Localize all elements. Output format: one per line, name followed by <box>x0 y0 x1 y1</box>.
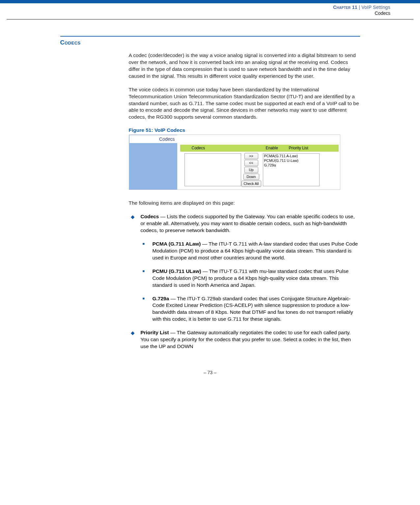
chapter-number: 11 <box>352 5 357 10</box>
move-down-button[interactable]: Down <box>243 174 259 180</box>
screenshot-tab-label: Codecs <box>129 135 178 143</box>
g729a-term: G.729a <box>153 296 169 301</box>
codecs-text: — Lists the codecs supported by the Gate… <box>141 214 355 233</box>
page-number: – 73 – <box>0 357 420 382</box>
items-intro: The following items are displayed on thi… <box>129 200 359 207</box>
header-rule <box>7 19 413 19</box>
priority-term: Priority List <box>141 330 169 335</box>
chapter-word: Chapter <box>333 5 350 10</box>
move-left-button[interactable]: << <box>244 160 258 166</box>
section-rule <box>60 36 360 37</box>
priority-item-2[interactable]: PCMU(G.711 U-Law) <box>264 159 318 163</box>
codecs-listbox[interactable] <box>184 153 241 186</box>
body-column: A codec (coder/decoder) is the way a voi… <box>129 52 359 350</box>
screenshot-figure: Codecs Codecs Enable Priority List >> <<… <box>129 134 340 190</box>
priority-listbox[interactable]: PCMA(G.711 A-Law) PCMU(G.711 U-Law) G.72… <box>263 153 320 186</box>
item-pcmu: PCMU (G.711 ULaw) — The ITU-T G.711 with… <box>129 268 359 289</box>
check-all-button[interactable]: Check All <box>241 181 261 187</box>
move-right-button[interactable]: >> <box>244 153 258 159</box>
content: Codecs A codec (coder/decoder) is the wa… <box>60 36 360 350</box>
intro-paragraph-2: The voice codecs in common use today hav… <box>129 86 359 121</box>
top-banner-bar <box>0 0 420 3</box>
priority-item-1[interactable]: PCMA(G.711 A-Law) <box>264 154 318 159</box>
header-section: VoIP Settings <box>361 5 390 10</box>
figure-caption: Figure 51: VoIP Codecs <box>129 127 359 133</box>
g729a-text: — The ITU-T G.729ab standard codec that … <box>153 296 353 322</box>
header-subsection: Codecs <box>0 10 390 16</box>
section-title: Codecs <box>60 39 360 46</box>
priority-item-3[interactable]: G.729a <box>264 163 318 168</box>
item-g729a: G.729a — The ITU-T G.729ab standard code… <box>129 295 359 323</box>
pcma-term: PCMA (G.711 ALaw) <box>153 241 201 247</box>
pcmu-term: PCMU (G.711 ULaw) <box>153 268 201 274</box>
col-enable: Enable <box>266 146 278 150</box>
codecs-term: Codecs <box>141 214 159 219</box>
item-codecs: Codecs — Lists the codecs supported by t… <box>129 213 359 234</box>
intro-paragraph-1: A codec (coder/decoder) is the way a voi… <box>129 52 359 80</box>
page-header: Chapter 11 | VoIP Settings Codecs <box>0 3 420 18</box>
priority-text: — The Gateway automatically negotiates t… <box>141 330 351 349</box>
col-priority: Priority List <box>289 146 308 150</box>
header-line1: Chapter 11 | VoIP Settings <box>0 5 390 10</box>
screenshot-column-bar: Codecs Enable Priority List <box>180 145 339 152</box>
item-priority-list: Priority List — The Gateway automaticall… <box>129 329 359 350</box>
col-codecs: Codecs <box>192 146 205 150</box>
move-up-button[interactable]: Up <box>244 167 258 173</box>
item-pcma: PCMA (G.711 ALaw) — The ITU-T G.711 with… <box>129 241 359 261</box>
